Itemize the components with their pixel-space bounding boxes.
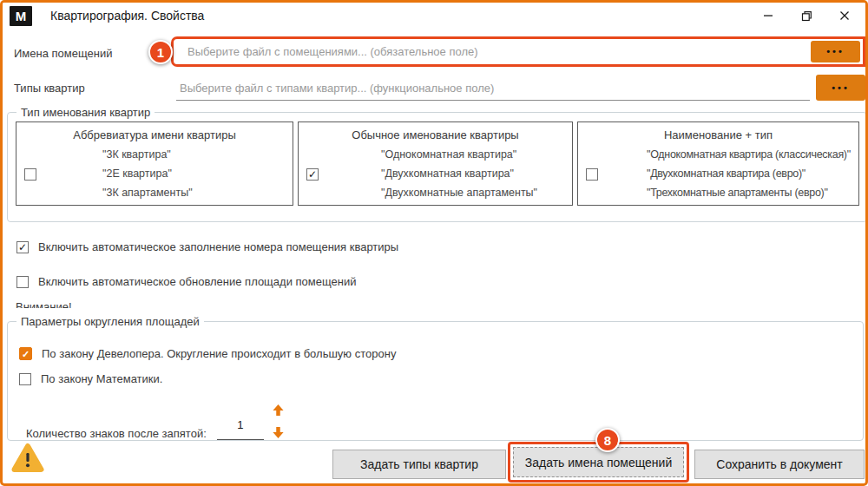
ellipsis-icon: ••• [826, 46, 845, 56]
rooms-file-input[interactable] [175, 41, 811, 62]
spin-down-button[interactable] [271, 425, 286, 439]
decimals-spinner [271, 403, 286, 439]
window-controls [749, 3, 864, 29]
panel-item: "Двухкомнатная квартира" [381, 167, 572, 180]
apartment-types-input[interactable] [176, 76, 810, 100]
minimize-button[interactable] [749, 3, 787, 29]
panel-item: "Однокомнатная квартира" [381, 148, 572, 161]
panel-header: Аббревиатура имени квартиры [16, 128, 293, 141]
panel-item: "2Е квартира" [102, 167, 293, 180]
panel-item: "Трехкомнатные апартаменты (евро)" [647, 187, 858, 199]
auto-area-toggle-row: Включить автоматическое обновление площа… [16, 275, 356, 288]
browse-types-button[interactable]: ••• [816, 75, 865, 101]
apartment-types-label: Типы квартир [14, 82, 85, 95]
warning-icon [11, 443, 44, 477]
math-rule-label: По закону Математики. [41, 372, 162, 385]
rooms-file-label: Имена помещений [14, 47, 112, 60]
spin-up-button[interactable] [271, 403, 286, 417]
save-to-document-button[interactable]: Сохранить в документ [694, 450, 865, 479]
apartment-types-field-wrap [176, 76, 810, 101]
developer-rule-checkbox[interactable]: ✓ [19, 347, 32, 360]
math-rule-row: По закону Математики. [19, 372, 162, 385]
auto-area-label: Включить автоматическое обновление площа… [38, 275, 356, 288]
math-rule-checkbox[interactable] [19, 373, 31, 385]
arrow-down-icon [272, 426, 285, 439]
decimals-value-input[interactable] [217, 417, 264, 440]
auto-number-label: Включить автоматическое заполнение номер… [38, 240, 398, 253]
arrow-up-icon [272, 404, 285, 417]
restore-icon [801, 10, 812, 22]
panel-header: Наименование + тип [578, 128, 858, 141]
abbreviation-option-panel: Аббревиатура имени квартиры "3К квартира… [16, 122, 293, 206]
naming-type-title: Тип именования квартир [16, 106, 155, 119]
panel-item: "3К апартаменты" [102, 187, 293, 199]
window-title: Квартирография. Свойства [50, 9, 204, 23]
developer-rule-row: ✓ По закону Девелопера. Округление проис… [19, 347, 396, 360]
browse-rooms-button[interactable]: ••• [811, 41, 860, 62]
panel-item: "3К квартира" [102, 148, 293, 161]
auto-number-toggle-row: ✓ Включить автоматическое заполнение ном… [16, 240, 398, 253]
dialog-window: M Квартирография. Свойства Имена помещен… [0, 0, 868, 486]
attention-text-clipped: Внимание! [16, 300, 72, 308]
annotation-badge-8: 8 [595, 428, 620, 452]
developer-rule-label: По закону Девелопера. Округление происхо… [42, 347, 396, 360]
titlebar: M Квартирография. Свойства [3, 3, 865, 29]
panel-header: Обычное именование квартиры [299, 128, 572, 141]
ellipsis-icon: ••• [832, 82, 850, 93]
decimals-label: Количество знаков после запятой: [26, 427, 207, 440]
panel-item: "Двухкомнатные апартаменты" [381, 187, 572, 199]
annotation-badge-1: 1 [148, 40, 173, 64]
panel-item: "Однокомнатная квартира (классическая)" [647, 148, 858, 161]
name-plus-type-checkbox[interactable] [586, 168, 598, 181]
set-apartment-types-button[interactable]: Задать типы квартир [332, 450, 506, 479]
set-room-names-button[interactable]: Задать имена помещений [513, 447, 684, 477]
close-button[interactable] [825, 3, 864, 29]
app-logo: M [10, 6, 32, 26]
abbreviation-checkbox[interactable] [24, 168, 36, 181]
decimals-row: Количество знаков после запятой: [26, 417, 264, 440]
rounding-title: Параметры округления площадей [16, 315, 204, 328]
auto-area-checkbox[interactable] [16, 276, 29, 288]
auto-number-checkbox[interactable]: ✓ [16, 241, 29, 253]
naming-type-groupbox: Тип именования квартир Аббревиатура имен… [7, 106, 867, 222]
regular-naming-checkbox[interactable]: ✓ [306, 168, 319, 181]
close-icon [839, 10, 850, 21]
rounding-groupbox: Параметры округления площадей ✓ По закон… [7, 315, 864, 441]
naming-panels: Аббревиатура имени квартиры "3К квартира… [8, 119, 866, 206]
rooms-file-highlight-box: ••• [171, 36, 865, 67]
regular-naming-option-panel: Обычное именование квартиры "Однокомнатн… [298, 122, 573, 206]
panel-item: "Двухкомнатная квартира (евро)" [647, 167, 858, 180]
name-plus-type-option-panel: Наименование + тип "Однокомнатная кварти… [577, 122, 859, 206]
maximize-restore-button[interactable] [787, 3, 825, 29]
minimize-icon [763, 10, 773, 21]
